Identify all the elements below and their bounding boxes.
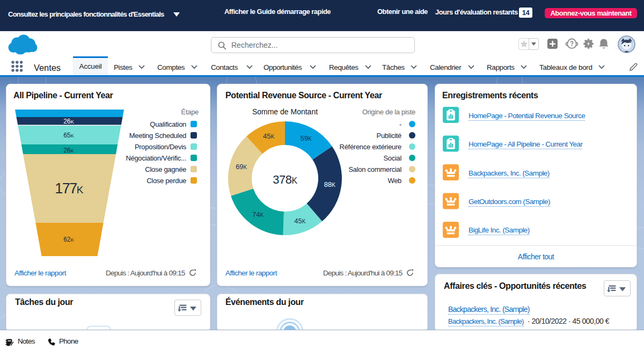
svg-text:74K: 74K [252,210,264,219]
svg-text:378K: 378K [273,173,297,186]
svg-text:45K: 45K [294,217,305,225]
svg-text:26K: 26K [63,118,74,125]
svg-text:62K: 62K [63,236,74,243]
svg-text:45K: 45K [263,132,274,140]
svg-text:69K: 69K [236,163,247,171]
svg-text:65K: 65K [63,132,74,139]
svg-text:26K: 26K [63,147,74,154]
